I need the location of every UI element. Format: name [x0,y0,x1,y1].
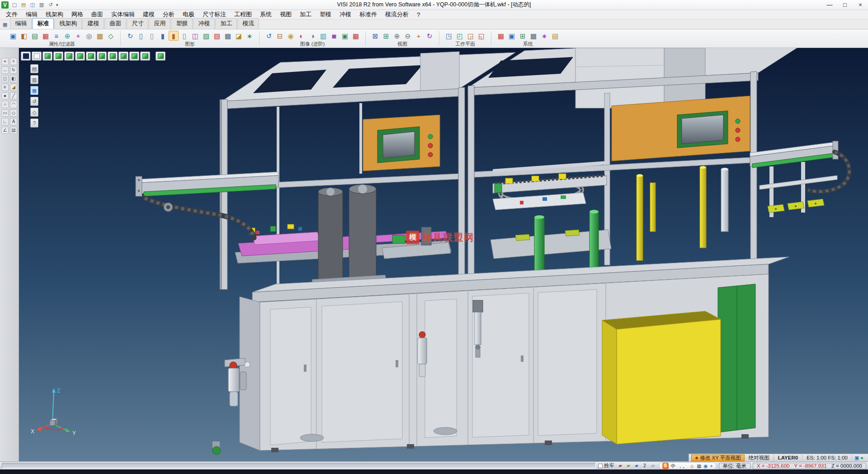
linetype-icon[interactable]: ≡ [52,31,61,41]
mirror-icon[interactable]: ◧ [10,75,17,82]
rotate-icon[interactable]: ↻ [10,66,17,74]
zoom-window-icon[interactable]: ⊞ [381,31,391,41]
rectangle-icon[interactable]: ▭ [1,109,9,117]
grid-config-icon[interactable]: ▩ [528,31,538,41]
dynamic-view-icon[interactable]: ↺ [264,31,274,41]
menu-item[interactable]: 曲面 [87,10,107,19]
notes-tool-icon[interactable]: ▥ [30,75,38,84]
menu-item[interactable]: 尺寸标注 [198,10,230,19]
menu-item[interactable]: 分析 [159,10,179,19]
print-icon[interactable]: ▥ [38,1,46,9]
lock-checkbox[interactable] [598,464,603,468]
point-icon[interactable]: ● [1,92,9,100]
menu-item[interactable]: 建模 [139,10,159,19]
menu-item[interactable]: 电极 [179,10,198,19]
workplane-align-icon[interactable]: ◰ [455,31,465,41]
calculator-icon[interactable]: ▤ [550,31,560,41]
toolbar-options-caret-icon[interactable]: ▾ [56,3,58,7]
layer-icon[interactable]: ▤ [30,31,40,41]
view-iso-nw-icon[interactable] [129,52,139,61]
move-icon[interactable]: ↔ [1,66,9,74]
workplane-reset-icon[interactable]: ◱ [476,31,486,41]
view-left-icon[interactable] [97,52,107,61]
view-front-icon[interactable] [75,52,85,61]
ribbon-tab[interactable]: 加工 [215,18,237,29]
ribbon-tab[interactable]: 冲模 [193,18,215,29]
workplane-create-icon[interactable]: ◳ [444,31,454,41]
offset-icon[interactable]: ≡ [1,84,9,91]
menu-item[interactable]: 标准件 [355,10,381,19]
new-file-icon[interactable]: ▢ [10,1,19,9]
background-icon[interactable]: ▥ [318,31,328,41]
command-prompt-field[interactable] [2,463,596,469]
ime-keyboard-icon[interactable]: ▦ [697,463,701,469]
history-tool-icon[interactable]: ↺ [30,97,38,106]
views-tool-icon[interactable]: ◇ [30,108,38,117]
ime-lang-toggle[interactable]: 中 [671,463,676,469]
menu-item[interactable]: 线架构 [42,10,67,19]
menu-item[interactable]: 塑模 [316,10,335,19]
ribbon-tab[interactable]: 线架构 [54,18,82,29]
view-top-icon[interactable] [53,52,63,61]
view-back-icon[interactable] [86,52,96,61]
view-bottom-icon[interactable] [64,52,74,61]
snap-status-icon[interactable]: ▰ [617,462,624,469]
menu-item[interactable]: 实体编辑 [107,10,139,19]
trim-icon[interactable]: ◢ [10,84,17,91]
open-file-icon[interactable]: ▤ [19,1,28,9]
attribute-brush-icon[interactable]: ◧ [19,31,29,41]
ime-mic-icon[interactable]: ◉ [703,463,708,469]
circle-icon[interactable]: ○ [1,101,9,108]
wireframe-display-icon[interactable]: ▯ [136,31,146,41]
maximize-button[interactable]: □ [837,0,853,9]
image-capture-icon[interactable]: ▣ [340,31,350,41]
ribbon-tab[interactable]: 编辑 [10,18,32,29]
polygon-icon[interactable]: ◇ [10,109,17,117]
annotate-status-icon[interactable]: ▱ [649,462,656,469]
section-display-icon[interactable]: ◫ [190,31,200,41]
ribbon-tab[interactable]: 塑膜 [171,18,193,29]
curve-display-icon[interactable]: ◪ [234,31,244,41]
ribbon-tab[interactable]: 尺寸 [127,18,148,29]
ribbon-tab[interactable]: 曲面 [104,18,126,29]
view-dynamic-icon[interactable] [156,52,165,61]
color-icon[interactable]: ▦ [41,31,51,41]
hidden-line-display-icon[interactable]: ▯ [147,31,157,41]
viewport-3d[interactable]: ▤ ▥ ▦ ↺ ◇ ? 模 模具联盟网 [0,48,868,461]
copy-icon[interactable]: ◫ [1,75,9,82]
zoom-previous-icon[interactable]: ⊟ [275,31,285,41]
units-field[interactable]: 单位: 毫米 [719,463,750,469]
pan-icon[interactable]: + [414,31,424,41]
view-iso-se-icon[interactable] [140,52,150,61]
selection-filter-icon[interactable]: ⌖ [73,31,83,41]
ime-punct-toggle[interactable]: ，。 [678,463,688,469]
menu-item[interactable]: 加工 [296,10,316,19]
selection-set-icon[interactable]: ▦ [30,86,38,95]
render-settings-icon[interactable]: ∗ [245,31,255,41]
menu-item[interactable]: 工程图 [230,10,256,19]
material-icon[interactable]: ◐ [297,31,307,41]
view-iso-ne-icon[interactable] [118,52,128,61]
layers-panel-icon[interactable]: ▤ [10,127,17,134]
menu-item[interactable]: 文件 [2,10,22,19]
tab-strip-menu-icon[interactable]: ▦ [2,22,9,29]
close-button[interactable]: × [853,0,868,9]
visibility-filter-icon[interactable]: ◎ [84,31,94,41]
rotate-view-icon[interactable]: ↻ [425,31,434,41]
display-config-icon[interactable]: ▣ [507,31,517,41]
view-mode-label[interactable]: 绝对视图 [745,455,774,461]
dimension-icon[interactable]: ∟ [1,118,9,125]
shaded-edge-display-icon[interactable]: ▮ [158,31,168,41]
attribute-edit-icon[interactable]: ▣ [8,31,18,41]
sogou-ime-icon[interactable]: S [662,463,669,469]
grid-toggle-icon[interactable]: ▣ [854,455,859,460]
lighting-icon[interactable]: ◉ [286,31,296,41]
erase-icon[interactable]: × [10,58,17,65]
ime-toolbox-icon[interactable]: + [710,463,712,469]
group-filter-icon[interactable]: ▩ [95,31,105,41]
isolate-filter-icon[interactable]: ◇ [106,31,116,41]
pin-status-icon[interactable]: ▰ [633,462,640,469]
menu-item[interactable]: 模流分析 [381,10,413,19]
view-right-icon[interactable] [108,52,118,61]
view-axonometric-icon[interactable] [42,52,52,61]
